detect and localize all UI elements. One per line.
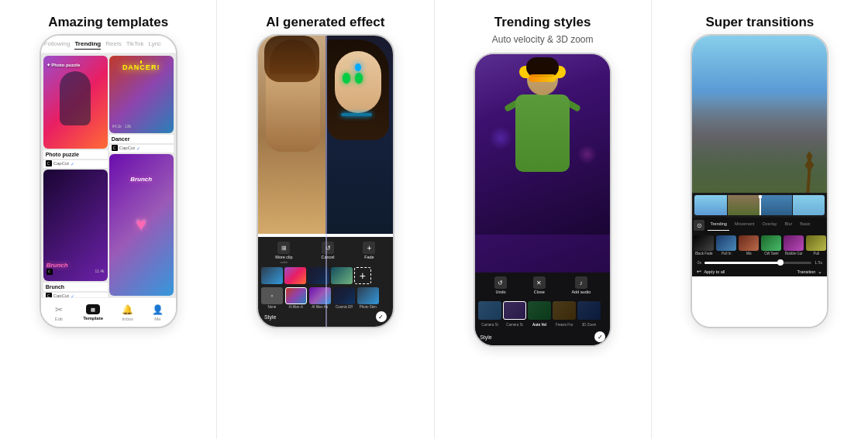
trans-pull-in[interactable]: Pull In — [716, 235, 736, 256]
label-camera-st-1: Camera St — [478, 323, 501, 327]
tab-trending[interactable]: Trending — [74, 40, 101, 50]
timeline-bar — [694, 195, 825, 215]
p4-tabs: ⊙ Trending Movement Overlay Blur Basic — [692, 218, 827, 233]
trending-phone-content: ↺ Undo ✕ Close ♪ Add audio — [475, 54, 610, 345]
tool-more-clip[interactable]: ⊞ More clip audio — [275, 242, 292, 264]
tab-blur[interactable]: Blur — [783, 220, 795, 231]
close-label: Close — [534, 290, 545, 294]
add-audio-label: Add audio — [571, 290, 591, 294]
tab-movement[interactable]: Movement — [732, 220, 757, 231]
effect-cosmic-label: Cosmic Eff — [336, 305, 353, 309]
nav-me[interactable]: 👤 Me — [152, 304, 163, 321]
apply-all-area[interactable]: ↩ Apply to all — [697, 269, 725, 275]
transition-area[interactable]: Transition ⌄ — [797, 269, 822, 275]
transition-marker — [759, 195, 762, 198]
clock-icon: ⊙ — [694, 220, 704, 231]
tool-cancel-label: Cancel — [321, 255, 334, 259]
effect-cosmic[interactable]: Cosmic Eff — [333, 287, 355, 309]
p1-tabs: Following Trending Reels TikTok Lyric — [41, 36, 176, 53]
effect-ai-a-thumb — [285, 287, 307, 304]
clip-camera-st-1[interactable] — [478, 301, 501, 320]
style-label-3: Style — [480, 334, 492, 340]
landscape-photo — [692, 36, 827, 193]
style-bar-3: Style ✓ — [475, 328, 610, 345]
trans-pull-label: Pull — [814, 252, 820, 256]
clip-3d-zoom[interactable] — [577, 301, 601, 320]
trans-pull[interactable]: Pull — [806, 235, 826, 256]
nav-edit[interactable]: ✂ Edit — [53, 304, 64, 321]
tool-cancel[interactable]: ↺ Cancel — [321, 242, 334, 264]
tab-reels[interactable]: Reels — [105, 40, 121, 50]
real-photo-side — [258, 36, 326, 234]
trans-cw-swirl[interactable]: CW Swirl — [761, 235, 781, 256]
tool-close[interactable]: ✕ Close — [533, 276, 546, 294]
add-audio-icon: ♪ — [575, 276, 587, 289]
tab-lyric[interactable]: Lyric — [148, 40, 161, 50]
nav-template[interactable]: ▤ Template — [83, 304, 103, 321]
effect-ai-filter-a[interactable]: AI filter-A — [285, 287, 307, 309]
clip-thumb-4[interactable] — [331, 267, 353, 284]
trans-bubble-label: Bubble Gur — [785, 252, 803, 256]
nav-inbox[interactable]: 🔔 Inbox — [122, 304, 133, 321]
effect-ai-a-label: AI filter-A — [289, 305, 304, 309]
add-clip-btn[interactable]: + — [354, 267, 371, 284]
slider-thumb[interactable] — [777, 259, 784, 266]
label-auto-vel: Auto Vel — [528, 323, 551, 327]
clip-freeze-fra[interactable] — [553, 301, 576, 320]
card-dancer[interactable]: DANCER! 64.1k 13k — [109, 56, 174, 133]
effect-photo-stim[interactable]: Photo Stim — [357, 287, 379, 309]
clip-thumb-1[interactable] — [261, 267, 283, 284]
tool-undo[interactable]: ↺ Undo — [494, 276, 507, 294]
card-brunch[interactable]: Brunch C 11.4k — [43, 170, 108, 281]
tool-add[interactable]: + Fade — [363, 242, 375, 264]
trans-black-fade[interactable]: Black Fade — [694, 235, 714, 256]
undo-icon: ↺ — [494, 276, 507, 289]
p4-slider-row: 0s 1.5s — [692, 258, 827, 267]
clip-thumb-2[interactable] — [284, 267, 306, 284]
tool-more-clip-sub: audio — [281, 260, 288, 264]
apply-all-label: Apply to all — [704, 269, 725, 274]
close-icon: ✕ — [533, 276, 546, 289]
photo-bg — [475, 54, 610, 235]
panel-super-transitions: Super transitions — [652, 0, 868, 439]
effect-none[interactable]: × None — [261, 287, 283, 309]
effect-ai-filter-ab[interactable]: AI filter-Ab — [309, 287, 331, 309]
panel-ai-effect: AI generated effect — [217, 0, 434, 439]
trans-pull-thumb — [806, 235, 826, 251]
effect-cosmic-thumb — [333, 287, 355, 304]
style-label-2: Style — [264, 314, 277, 320]
inbox-icon: 🔔 — [122, 304, 133, 315]
panel-amazing-templates: Amazing templates Following Trending Ree… — [0, 0, 217, 439]
effect-photo-label: Photo Stim — [360, 305, 377, 309]
creator-dancer: C CapCut ✓ — [109, 145, 174, 153]
trans-mix-thumb — [739, 235, 759, 251]
t-thumb-2 — [728, 195, 760, 215]
tab-trending-trans[interactable]: Trending — [708, 220, 729, 231]
check-btn-2[interactable]: ✓ — [376, 311, 387, 322]
tab-tiktok[interactable]: TikTok — [126, 40, 144, 50]
t-thumb-4 — [793, 195, 825, 215]
clip-camera-st-2[interactable] — [503, 301, 526, 320]
label-3d-zoom: 3D Zoom — [577, 323, 601, 327]
tab-overlay[interactable]: Overlay — [760, 220, 780, 231]
label-dancer: Dancer — [109, 135, 174, 143]
phone-1: Following Trending Reels TikTok Lyric ✦ … — [40, 34, 177, 328]
slider-end: 1.5s — [815, 260, 822, 265]
tab-following[interactable]: Following — [44, 40, 71, 50]
effect-none-thumb: × — [261, 287, 283, 304]
label-photo-puzzle: Photo puzzle — [43, 150, 108, 159]
label-brunch: Brunch — [43, 283, 108, 291]
nav-inbox-label: Inbox — [122, 317, 133, 321]
split-image — [258, 36, 393, 234]
check-btn-3[interactable]: ✓ — [594, 331, 605, 342]
mountain-overlay — [692, 98, 827, 193]
p3-bottom-panel: ↺ Undo ✕ Close ♪ Add audio — [475, 273, 610, 345]
clip-auto-vel[interactable] — [528, 301, 551, 320]
tab-basic[interactable]: Basic — [797, 220, 812, 231]
slider-track[interactable] — [704, 262, 811, 264]
card-large-purple[interactable]: ✦ Photo puzzle — [43, 56, 108, 149]
tool-add-audio[interactable]: ♪ Add audio — [571, 276, 591, 294]
trans-mix[interactable]: Mix — [739, 235, 759, 256]
trans-bubble-gur[interactable]: Bubble Gur — [784, 235, 804, 256]
card-heart[interactable]: ♥ ♥ Brunch — [109, 154, 174, 296]
